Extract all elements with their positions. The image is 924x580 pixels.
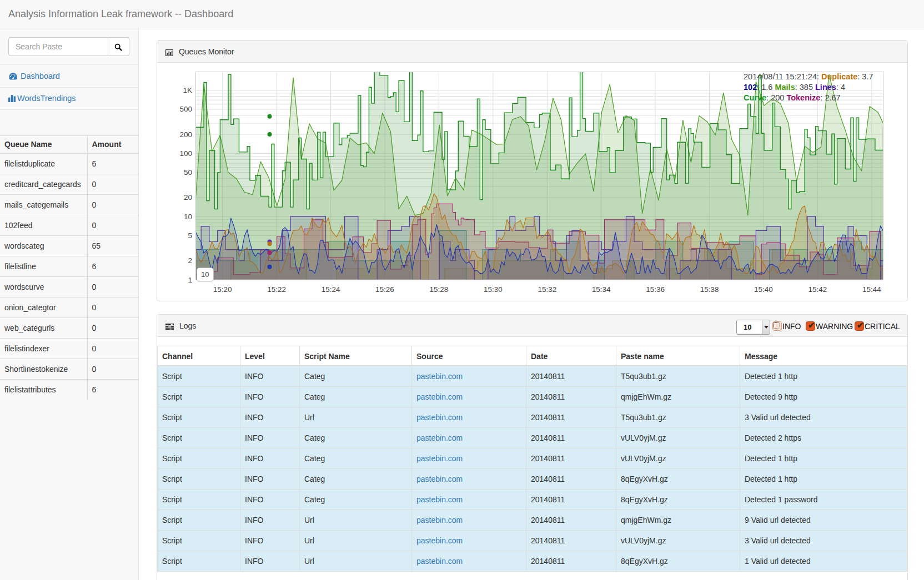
svg-text:15:38: 15:38 (700, 285, 719, 294)
svg-text:200: 200 (179, 130, 192, 139)
svg-text:15:44: 15:44 (862, 285, 881, 294)
svg-text:10: 10 (184, 213, 192, 221)
svg-text:15:32: 15:32 (538, 285, 556, 294)
svg-text:15:22: 15:22 (267, 285, 286, 294)
svg-text:15:30: 15:30 (484, 285, 503, 294)
svg-text:20: 20 (184, 193, 192, 201)
svg-text:50: 50 (184, 168, 192, 176)
svg-text:100: 100 (179, 149, 192, 158)
svg-text:15:34: 15:34 (592, 285, 611, 294)
svg-text:15:26: 15:26 (375, 285, 394, 294)
svg-text:15:40: 15:40 (754, 285, 773, 294)
svg-text:15:42: 15:42 (808, 285, 827, 294)
svg-text:5: 5 (188, 231, 192, 240)
svg-text:500: 500 (179, 105, 192, 113)
svg-text:15:36: 15:36 (646, 285, 665, 294)
svg-text:15:28: 15:28 (430, 285, 449, 294)
svg-text:2: 2 (188, 256, 192, 265)
svg-text:15:24: 15:24 (322, 285, 340, 294)
svg-text:15:20: 15:20 (213, 285, 232, 294)
svg-text:1K: 1K (183, 86, 192, 94)
svg-text:1: 1 (188, 276, 192, 284)
